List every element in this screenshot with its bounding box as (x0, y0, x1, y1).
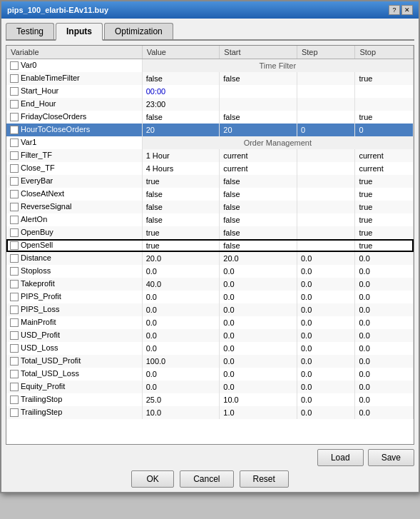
value-cell[interactable]: 0.0 (142, 303, 220, 316)
start-cell[interactable]: 0.0 (220, 265, 297, 278)
step-cell[interactable]: 0.0 (297, 342, 355, 355)
value-cell[interactable]: 40.0 (142, 278, 220, 291)
start-cell[interactable] (220, 98, 297, 111)
row-checkbox[interactable] (10, 151, 19, 160)
stop-cell[interactable]: current (355, 149, 414, 162)
stop-cell[interactable]: 0.0 (355, 291, 414, 303)
start-cell[interactable]: 10.0 (220, 393, 297, 406)
table-row[interactable]: OpenSelltruefalsetrue (6, 239, 414, 252)
stop-cell[interactable]: true (355, 188, 414, 201)
stop-cell[interactable]: 0.0 (355, 355, 414, 368)
stop-cell[interactable]: current (355, 162, 414, 175)
step-cell[interactable]: 0.0 (297, 303, 355, 316)
step-cell[interactable]: 0.0 (297, 393, 355, 406)
stop-cell[interactable]: true (355, 213, 414, 226)
table-row[interactable]: Var1Order Management (6, 136, 414, 149)
step-cell[interactable]: 0.0 (297, 265, 355, 278)
stop-cell[interactable]: 0 (355, 124, 414, 136)
tab-optimization[interactable]: Optimization (104, 23, 173, 39)
table-row[interactable]: EnableTimeFilterfalsefalsetrue (6, 72, 414, 85)
step-cell[interactable] (297, 213, 355, 226)
value-cell[interactable]: 1 Hour (142, 149, 220, 162)
value-cell[interactable]: 00:00 (142, 85, 220, 98)
value-cell[interactable]: 100.0 (142, 355, 220, 368)
value-cell[interactable]: false (142, 201, 220, 213)
row-checkbox[interactable] (10, 138, 19, 147)
step-cell[interactable]: 0.0 (297, 278, 355, 291)
table-row[interactable]: PIPS_Profit0.00.00.00.0 (6, 291, 414, 303)
step-cell[interactable] (297, 98, 355, 111)
row-checkbox[interactable] (10, 370, 19, 378)
step-cell[interactable] (297, 85, 355, 98)
row-checkbox[interactable] (10, 280, 19, 288)
value-cell[interactable]: 20.0 (142, 252, 220, 265)
start-cell[interactable]: 0.0 (220, 291, 297, 303)
stop-cell[interactable] (355, 85, 414, 98)
step-cell[interactable] (297, 188, 355, 201)
start-cell[interactable]: 0.0 (220, 342, 297, 355)
cancel-button[interactable]: Cancel (180, 470, 233, 488)
step-cell[interactable] (297, 201, 355, 213)
stop-cell[interactable]: true (355, 175, 414, 188)
table-row[interactable]: TrailingStep10.01.00.00.0 (6, 406, 414, 419)
stop-cell[interactable]: 0.0 (355, 316, 414, 329)
table-row[interactable]: Takeprofit40.00.00.00.0 (6, 278, 414, 291)
tab-testing[interactable]: Testing (6, 23, 54, 39)
table-row[interactable]: Total_USD_Profit100.00.00.00.0 (6, 355, 414, 368)
table-row[interactable]: TrailingStop25.010.00.00.0 (6, 393, 414, 406)
start-cell[interactable]: 0.0 (220, 381, 297, 393)
help-button[interactable]: ? (389, 5, 400, 15)
start-cell[interactable]: current (220, 162, 297, 175)
start-cell[interactable]: 0.0 (220, 303, 297, 316)
value-cell[interactable]: 23:00 (142, 98, 220, 111)
start-cell[interactable]: false (220, 175, 297, 188)
value-cell[interactable]: 4 Hours (142, 162, 220, 175)
step-cell[interactable] (297, 239, 355, 252)
step-cell[interactable]: 0.0 (297, 368, 355, 381)
table-row[interactable]: Equity_Profit0.00.00.00.0 (6, 381, 414, 393)
step-cell[interactable] (297, 149, 355, 162)
row-checkbox[interactable] (10, 267, 19, 276)
table-row[interactable]: Total_USD_Loss0.00.00.00.0 (6, 368, 414, 381)
step-cell[interactable] (297, 111, 355, 124)
start-cell[interactable]: false (220, 239, 297, 252)
stop-cell[interactable]: 0.0 (355, 406, 414, 419)
step-cell[interactable]: 0.0 (297, 316, 355, 329)
row-checkbox[interactable] (10, 87, 19, 96)
stop-cell[interactable]: 0.0 (355, 303, 414, 316)
table-row[interactable]: EveryBartruefalsetrue (6, 175, 414, 188)
start-cell[interactable]: false (220, 72, 297, 85)
table-row[interactable]: HourToCloseOrders202000 (6, 124, 414, 136)
stop-cell[interactable]: 0.0 (355, 393, 414, 406)
stop-cell[interactable]: 0.0 (355, 265, 414, 278)
table-row[interactable]: ReverseSignalfalsefalsetrue (6, 201, 414, 213)
value-cell[interactable]: 0.0 (142, 329, 220, 342)
stop-cell[interactable]: 0.0 (355, 278, 414, 291)
stop-cell[interactable]: true (355, 201, 414, 213)
row-checkbox[interactable] (10, 164, 19, 173)
row-checkbox[interactable] (10, 74, 19, 83)
table-row[interactable]: FridayCloseOrdersfalsefalsetrue (6, 111, 414, 124)
start-cell[interactable] (220, 85, 297, 98)
table-row[interactable]: Start_Hour00:00 (6, 85, 414, 98)
inputs-table-container[interactable]: Variable Value Start Step Stop Var0Time … (6, 45, 414, 445)
start-cell[interactable]: current (220, 149, 297, 162)
table-row[interactable]: Filter_TF1 Hourcurrentcurrent (6, 149, 414, 162)
value-cell[interactable]: 0.0 (142, 368, 220, 381)
value-cell[interactable]: 20 (142, 124, 220, 136)
step-cell[interactable]: 0.0 (297, 381, 355, 393)
start-cell[interactable]: false (220, 188, 297, 201)
value-cell[interactable]: true (142, 175, 220, 188)
row-checkbox[interactable] (10, 331, 19, 340)
value-cell[interactable]: false (142, 111, 220, 124)
table-row[interactable]: USD_Profit0.00.00.00.0 (6, 329, 414, 342)
table-row[interactable]: Stoploss0.00.00.00.0 (6, 265, 414, 278)
row-checkbox[interactable] (10, 357, 19, 366)
table-row[interactable]: AlertOnfalsefalsetrue (6, 213, 414, 226)
row-checkbox[interactable] (10, 126, 19, 134)
step-cell[interactable]: 0.0 (297, 252, 355, 265)
row-checkbox[interactable] (10, 383, 19, 391)
start-cell[interactable]: false (220, 111, 297, 124)
stop-cell[interactable]: true (355, 226, 414, 239)
value-cell[interactable]: 0.0 (142, 342, 220, 355)
